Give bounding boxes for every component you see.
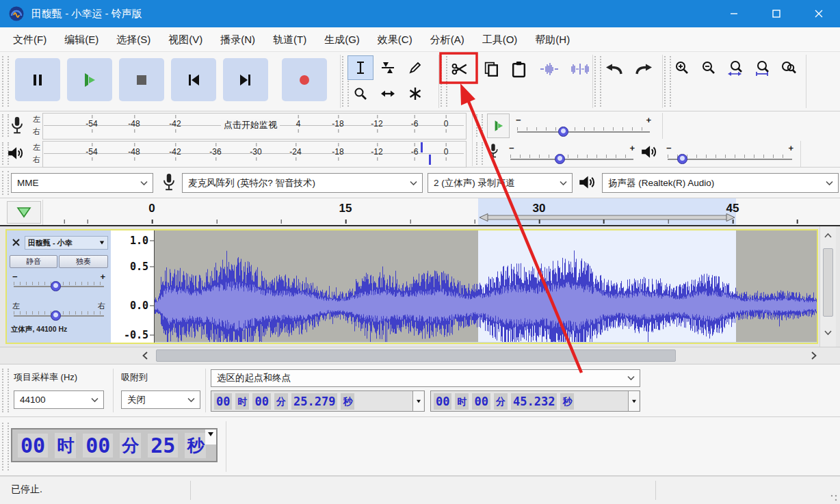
selection-start-dropdown[interactable] bbox=[412, 391, 423, 411]
pan-slider[interactable]: 左 右 bbox=[11, 301, 107, 321]
gain-slider-thumb[interactable] bbox=[51, 281, 61, 291]
time-display-dropdown[interactable] bbox=[205, 429, 216, 445]
horizontal-scrollbar[interactable] bbox=[0, 347, 840, 364]
gain-slider[interactable]: − + bbox=[11, 271, 107, 292]
selection-mode-select[interactable]: 选区的起点和终点 bbox=[211, 369, 640, 387]
time-segment[interactable]: 00 bbox=[252, 393, 270, 410]
recording-volume-slider[interactable]: − + bbox=[508, 143, 636, 166]
mixer-toolbar-grabber[interactable] bbox=[476, 142, 483, 165]
pause-button[interactable] bbox=[15, 58, 60, 101]
play-button[interactable] bbox=[67, 58, 112, 101]
copy-button[interactable] bbox=[479, 55, 504, 83]
project-rate-select[interactable]: 44100 bbox=[14, 390, 104, 409]
play-at-speed-button[interactable] bbox=[487, 114, 510, 138]
selection-end-field[interactable]: 00时00分45.232秒 bbox=[430, 390, 640, 412]
menu-item[interactable]: 分析(A) bbox=[421, 27, 473, 51]
close-button[interactable] bbox=[798, 0, 840, 27]
play-meter-speaker-icon[interactable] bbox=[7, 144, 25, 162]
time-segment[interactable]: 时 bbox=[235, 393, 249, 410]
selection-end-dropdown[interactable] bbox=[628, 391, 639, 411]
time-segment[interactable]: 00 bbox=[434, 393, 451, 410]
fit-project-button[interactable] bbox=[749, 55, 775, 81]
time-segment[interactable]: 00 bbox=[214, 393, 232, 410]
pan-slider-thumb[interactable] bbox=[51, 310, 61, 321]
draw-tool-button[interactable] bbox=[402, 55, 428, 80]
record-meter-mic-icon[interactable] bbox=[10, 116, 25, 135]
playback-volume-slider[interactable]: − + bbox=[665, 143, 795, 166]
speed-toolbar-grabber[interactable] bbox=[476, 114, 483, 137]
menu-item[interactable]: 帮助(H) bbox=[526, 27, 579, 51]
menu-item[interactable]: 视图(V) bbox=[159, 27, 211, 51]
menu-item[interactable]: 效果(C) bbox=[369, 27, 421, 51]
time-segment[interactable]: 分 bbox=[494, 393, 508, 410]
recording-volume-thumb[interactable] bbox=[555, 154, 565, 164]
track-title-button[interactable]: 田馥甄 - 小幸 bbox=[25, 236, 108, 250]
menu-item[interactable]: 轨道(T) bbox=[264, 27, 315, 51]
time-segment[interactable]: 时 bbox=[455, 393, 469, 410]
selection-toolbar-grabber[interactable] bbox=[2, 369, 9, 412]
envelope-tool-button[interactable] bbox=[375, 55, 401, 80]
toolbar-grabber[interactable] bbox=[2, 56, 9, 107]
cut-button[interactable] bbox=[445, 55, 475, 83]
time-segment[interactable]: 00 bbox=[83, 434, 113, 457]
menu-item[interactable]: 文件(F) bbox=[4, 27, 55, 51]
time-segment[interactable]: 时 bbox=[55, 433, 76, 458]
time-toolbar-grabber[interactable] bbox=[2, 423, 9, 470]
fit-selection-button[interactable] bbox=[722, 55, 748, 81]
menu-item[interactable]: 播录(N) bbox=[211, 27, 264, 51]
waveform-canvas[interactable] bbox=[155, 230, 817, 342]
multi-tool-button[interactable] bbox=[402, 81, 428, 106]
undo-button[interactable] bbox=[599, 57, 629, 81]
menu-item[interactable]: 选择(S) bbox=[107, 27, 159, 51]
solo-button[interactable]: 独奏 bbox=[59, 255, 108, 268]
scroll-down-icon[interactable] bbox=[824, 330, 832, 335]
time-segment[interactable]: 25 bbox=[148, 434, 178, 457]
audio-host-select[interactable]: MME bbox=[11, 173, 153, 193]
record-meter-grabber[interactable] bbox=[2, 114, 9, 137]
silence-audio-button[interactable] bbox=[566, 55, 594, 83]
time-segment[interactable]: 秒 bbox=[185, 433, 206, 458]
selection-start-field[interactable]: 00时00分25.279秒 bbox=[211, 390, 425, 412]
minimize-button[interactable] bbox=[713, 0, 755, 27]
skip-to-end-button[interactable] bbox=[223, 58, 268, 101]
menu-item[interactable]: 编辑(E) bbox=[55, 27, 107, 51]
horizontal-scroll-thumb[interactable] bbox=[156, 349, 676, 362]
timeshift-tool-button[interactable] bbox=[375, 81, 401, 106]
time-segment[interactable]: 秒 bbox=[341, 393, 354, 410]
time-segment[interactable]: 45.232 bbox=[511, 393, 557, 410]
record-button[interactable] bbox=[282, 58, 327, 101]
play-speed-slider-thumb[interactable] bbox=[558, 127, 568, 137]
timeline-ruler[interactable]: 0153045 bbox=[0, 198, 840, 226]
menu-item[interactable]: 生成(G) bbox=[315, 27, 369, 51]
paste-button[interactable] bbox=[506, 55, 531, 83]
selection-tool-button[interactable] bbox=[347, 55, 373, 80]
stop-button[interactable] bbox=[119, 58, 164, 101]
time-segment[interactable]: 00 bbox=[18, 434, 48, 457]
zoom-tool-button[interactable] bbox=[347, 81, 373, 106]
monitor-prompt[interactable]: 点击开始监视 bbox=[221, 119, 280, 131]
time-segment[interactable]: 分 bbox=[274, 393, 288, 410]
playback-device-select[interactable]: 扬声器 (Realtek(R) Audio) bbox=[602, 173, 839, 193]
menu-item[interactable]: 工具(O) bbox=[473, 27, 527, 51]
time-segment[interactable]: 分 bbox=[120, 433, 141, 458]
scroll-right-icon[interactable] bbox=[811, 352, 817, 360]
scroll-up-icon[interactable] bbox=[824, 233, 832, 238]
zoom-out-button[interactable] bbox=[696, 55, 722, 81]
recording-channels-select[interactable]: 2 (立体声) 录制声道 bbox=[428, 173, 573, 193]
recording-device-select[interactable]: 麦克风阵列 (英特尔? 智音技术) bbox=[182, 173, 423, 193]
redo-button[interactable] bbox=[629, 57, 659, 81]
time-segment[interactable]: 00 bbox=[472, 393, 490, 410]
resize-grip[interactable] bbox=[830, 494, 837, 501]
track-vertical-ruler[interactable]: 1.00.50.0-0.5 bbox=[111, 230, 155, 343]
timeline-options-button[interactable] bbox=[7, 201, 41, 224]
device-toolbar-grabber[interactable] bbox=[2, 171, 9, 195]
time-segment[interactable]: 25.279 bbox=[291, 393, 337, 410]
snap-to-select[interactable]: 关闭 bbox=[121, 390, 200, 409]
audio-position-display[interactable]: 00时00分25秒 bbox=[11, 428, 218, 462]
vertical-scroll-thumb[interactable] bbox=[823, 248, 833, 317]
play-speed-slider[interactable]: − + bbox=[514, 115, 653, 138]
skip-to-start-button[interactable] bbox=[171, 58, 216, 101]
zoom-in-button[interactable] bbox=[669, 55, 695, 81]
vertical-scrollbar[interactable] bbox=[819, 226, 836, 347]
track-close-button[interactable] bbox=[10, 236, 22, 248]
